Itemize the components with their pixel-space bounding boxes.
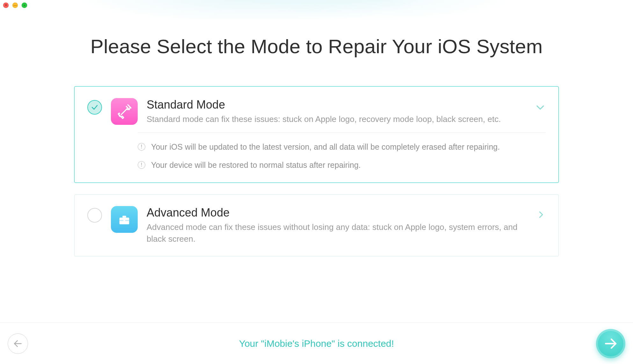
radio-standard[interactable]: [87, 100, 102, 115]
mode-description-standard: Standard mode can fix these issues: stuc…: [147, 113, 520, 125]
mode-note: ! Your iOS will be updated to the latest…: [138, 142, 546, 152]
mode-title-standard: Standard Mode: [147, 98, 520, 111]
radio-advanced[interactable]: [87, 208, 102, 223]
svg-rect-3: [123, 220, 125, 221]
mode-note-text: Your device will be restored to normal s…: [151, 161, 361, 170]
mode-card-header: Standard Mode Standard mode can fix thes…: [87, 98, 546, 125]
connection-status: Your "iMobie's iPhone" is connected!: [239, 338, 394, 349]
mode-note-text: Your iOS will be updated to the latest v…: [151, 142, 500, 152]
mode-notes-standard: ! Your iOS will be updated to the latest…: [138, 132, 546, 170]
arrow-left-icon: [13, 339, 23, 349]
window-controls: ✕ — ＋: [3, 3, 27, 8]
chevron-down-icon[interactable]: [535, 102, 546, 114]
mode-title-advanced: Advanced Mode: [147, 206, 520, 219]
mode-card-advanced[interactable]: Advanced Mode Advanced mode can fix thes…: [74, 194, 559, 256]
window-zoom-button[interactable]: ＋: [22, 3, 27, 8]
mode-list: Standard Mode Standard mode can fix thes…: [74, 86, 559, 256]
mode-card-standard[interactable]: Standard Mode Standard mode can fix thes…: [74, 86, 559, 183]
mode-card-header: Advanced Mode Advanced mode can fix thes…: [87, 206, 546, 245]
briefcase-icon: [111, 206, 138, 233]
window-close-button[interactable]: ✕: [3, 3, 9, 8]
next-button[interactable]: [596, 329, 625, 358]
window-minimize-button[interactable]: —: [12, 3, 18, 8]
tools-icon: [111, 98, 138, 125]
mode-text-advanced: Advanced Mode Advanced mode can fix thes…: [147, 206, 546, 245]
arrow-right-icon: [603, 336, 618, 351]
mode-description-advanced: Advanced mode can fix these issues witho…: [147, 221, 520, 245]
header-background: [0, 0, 633, 19]
info-icon: !: [138, 143, 145, 151]
mode-text-standard: Standard Mode Standard mode can fix thes…: [147, 98, 546, 125]
page-title: Please Select the Mode to Repair Your iO…: [0, 35, 633, 58]
footer-bar: Your "iMobie's iPhone" is connected!: [0, 323, 633, 364]
info-icon: !: [138, 161, 145, 169]
svg-rect-1: [122, 216, 126, 218]
back-button[interactable]: [8, 333, 28, 354]
mode-note: ! Your device will be restored to normal…: [138, 161, 546, 170]
check-icon: [91, 103, 98, 111]
chevron-right-icon[interactable]: [536, 210, 546, 221]
